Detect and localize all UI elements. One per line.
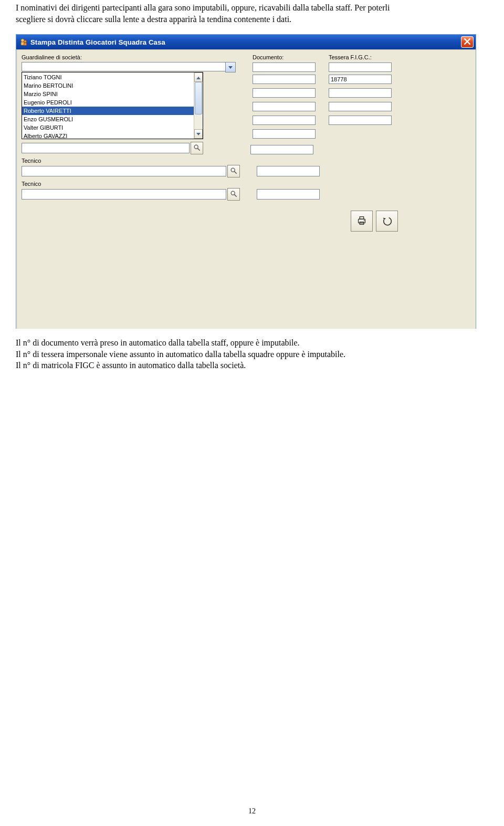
dirigente-input[interactable] <box>22 143 190 153</box>
documento-input-row1[interactable] <box>253 75 316 84</box>
intro-line-2: scegliere si dovrà cliccare sulla lente … <box>16 15 291 24</box>
svg-line-5 <box>198 149 200 151</box>
dialog-window: Stampa Distinta Giocatori Squadra Casa G… <box>16 34 476 329</box>
guardialinea-combobox[interactable] <box>22 62 236 72</box>
label-tecnico-1: Tecnico <box>22 158 470 164</box>
body-line-1: Il n° di documento verrà preso in automa… <box>16 337 488 349</box>
dropdown-scrollbar[interactable] <box>194 72 203 139</box>
list-item[interactable]: Tiziano TOGNI <box>22 73 194 81</box>
content-area: Guardialinee di società: Documento: Tess… <box>16 49 476 329</box>
chevron-down-icon <box>228 64 233 70</box>
magnifier-icon <box>230 167 237 175</box>
tessera-input-row3[interactable] <box>329 102 392 111</box>
scroll-up-button[interactable] <box>194 72 203 82</box>
tessera-input-row0[interactable] <box>329 62 392 72</box>
svg-line-9 <box>235 195 237 197</box>
label-documento: Documento: <box>253 54 329 60</box>
page-number: 12 <box>0 807 504 815</box>
scroll-down-button[interactable] <box>194 129 203 139</box>
intro-line-1: I nominativi dei dirigenti partecipanti … <box>16 3 390 12</box>
app-icon <box>19 38 28 46</box>
list-item-selected[interactable]: Roberto VAIRETTI <box>22 107 194 115</box>
label-tecnico-2: Tecnico <box>22 181 470 187</box>
svg-line-7 <box>235 172 237 174</box>
tessera-input-row2[interactable] <box>329 88 392 98</box>
tessera-input-row1[interactable] <box>329 75 392 84</box>
combobox-toggle-button[interactable] <box>225 62 236 72</box>
svg-point-6 <box>231 168 235 172</box>
svg-point-0 <box>21 39 24 42</box>
svg-rect-1 <box>21 42 24 45</box>
close-icon <box>464 38 470 46</box>
tecnico-documento-1[interactable] <box>257 166 320 176</box>
guardialinea-dropdown-list[interactable]: Tiziano TOGNI Marino BERTOLINI Marzio SP… <box>22 72 203 139</box>
tecnico-documento-2[interactable] <box>257 189 320 200</box>
tessera-input-row4[interactable] <box>329 116 392 125</box>
svg-rect-10 <box>359 219 365 223</box>
body-paragraph: Il n° di documento verrà preso in automa… <box>16 337 488 371</box>
documento-input-row3[interactable] <box>253 102 316 111</box>
list-item[interactable]: Marzio SPINI <box>22 90 194 98</box>
window-title: Stampa Distinta Giocatori Squadra Casa <box>30 38 165 46</box>
magnifier-icon <box>193 144 201 152</box>
close-button[interactable] <box>461 36 474 48</box>
scroll-thumb[interactable] <box>195 82 202 114</box>
list-item[interactable]: Valter GIBURTI <box>22 123 194 132</box>
list-item[interactable]: Alberto GAVAZZI <box>22 132 194 139</box>
intro-paragraph: I nominativi dei dirigenti partecipanti … <box>16 0 488 25</box>
lookup-button[interactable] <box>227 165 240 177</box>
documento-input-row4[interactable] <box>253 116 316 125</box>
tecnico-input-2[interactable] <box>22 189 226 200</box>
titlebar: Stampa Distinta Giocatori Squadra Casa <box>16 35 476 49</box>
magnifier-icon <box>230 190 237 198</box>
list-item[interactable]: Marino BERTOLINI <box>22 81 194 90</box>
documento-input-row0[interactable] <box>253 62 316 72</box>
guardialinea-input[interactable] <box>22 62 225 71</box>
documento-input-row2[interactable] <box>253 88 316 98</box>
list-item[interactable]: Enzo GUSMEROLI <box>22 115 194 123</box>
undo-icon <box>381 215 393 227</box>
chevron-up-icon <box>196 74 201 80</box>
svg-rect-3 <box>24 43 27 46</box>
svg-point-13 <box>364 220 365 221</box>
body-line-2: Il n° di tessera impersonale viene assun… <box>16 349 488 360</box>
documento-input-row5[interactable] <box>253 129 316 139</box>
lookup-button[interactable] <box>191 142 203 154</box>
svg-point-4 <box>194 145 198 149</box>
chevron-down-icon <box>196 131 201 137</box>
label-tessera: Tessera F.I.G.C.: <box>329 54 372 60</box>
tecnico-input-1[interactable] <box>22 166 226 176</box>
printer-icon <box>356 215 368 227</box>
svg-rect-11 <box>360 217 363 219</box>
scroll-track[interactable] <box>194 82 203 129</box>
label-guardialinea: Guardialinee di società: <box>22 54 253 60</box>
documento-input-row6[interactable] <box>250 145 313 154</box>
lookup-button[interactable] <box>227 188 240 201</box>
list-item[interactable]: Eugenio PEDROLI <box>22 98 194 107</box>
svg-point-2 <box>24 40 27 43</box>
svg-point-8 <box>231 191 235 195</box>
undo-button[interactable] <box>376 211 398 232</box>
body-line-3: Il n° di matricola FIGC è assunto in aut… <box>16 360 488 371</box>
print-button[interactable] <box>351 211 373 232</box>
